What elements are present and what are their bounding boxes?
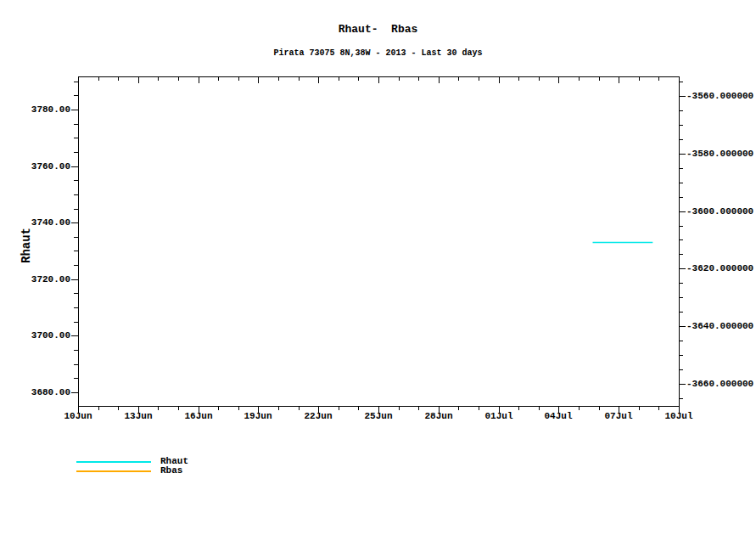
left-tick-label: 3760.00 — [31, 160, 70, 172]
rbas-legend-label: Rbas — [160, 466, 182, 476]
plot-border — [78, 76, 679, 406]
x-tick-label: 19Jun — [230, 410, 286, 422]
x-tick-label: 25Jun — [350, 410, 406, 422]
x-tick-label: 07Jul — [591, 410, 647, 422]
left-tick-label: 3720.00 — [31, 273, 70, 285]
x-tick-label: 16Jun — [171, 410, 227, 422]
right-tick-label: -3560.000000 — [686, 90, 753, 102]
left-tick-label: 3700.00 — [31, 329, 70, 341]
x-tick-label: 10Jun — [50, 410, 106, 422]
x-tick-label: 01Jul — [471, 410, 527, 422]
right-tick-label: -3640.000000 — [686, 320, 753, 332]
right-tick-label: -3660.000000 — [686, 378, 753, 390]
legend-item-rbas: Rbas — [76, 466, 188, 476]
rbas-legend-line-swatch — [76, 470, 151, 472]
legend: Rhaut Rbas — [76, 457, 188, 476]
right-tick-label: -3580.000000 — [686, 148, 753, 160]
right-tick-label: -3620.000000 — [686, 262, 753, 274]
plot-area — [0, 0, 756, 535]
chart-canvas: Rhaut- Rbas Pirata 73075 8N,38W - 2013 -… — [0, 0, 756, 535]
x-tick-label: 04Jul — [530, 410, 586, 422]
right-tick-label: -3600.000000 — [686, 206, 753, 217]
left-tick-label: 3740.00 — [31, 217, 70, 228]
rhaut-legend-line-swatch — [76, 461, 151, 463]
x-tick-label: 22Jun — [290, 410, 346, 422]
x-tick-label: 10Jul — [651, 410, 707, 422]
left-tick-label: 3680.00 — [31, 386, 70, 398]
x-tick-label: 13Jun — [110, 410, 166, 422]
x-tick-label: 28Jun — [411, 410, 467, 422]
left-tick-label: 3780.00 — [31, 104, 70, 115]
